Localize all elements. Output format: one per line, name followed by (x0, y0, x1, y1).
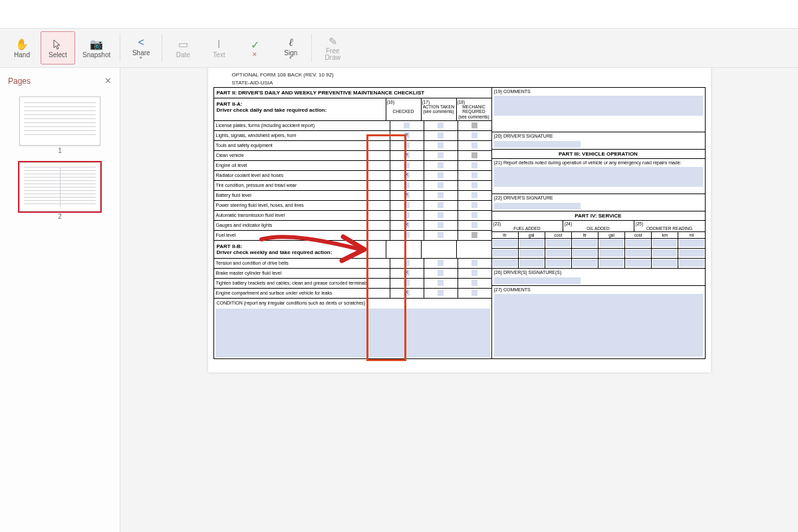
checkbox[interactable] (438, 270, 444, 276)
checkbox[interactable] (404, 182, 410, 188)
checkbox[interactable] (438, 182, 444, 188)
checkbox[interactable] (471, 122, 477, 128)
checkbox[interactable] (438, 290, 444, 296)
text-icon: I (217, 38, 220, 51)
checkbox[interactable] (438, 202, 444, 208)
checkbox[interactable] (404, 212, 410, 218)
hand-tool[interactable]: ✋Hand (5, 31, 39, 65)
checklist-row: Fuel level (214, 231, 491, 241)
checkbox[interactable] (404, 152, 410, 158)
checklist-row: Tighten battery brackets and cables; cle… (214, 279, 491, 289)
checkbox[interactable] (404, 202, 410, 208)
text-tool[interactable]: IText (201, 31, 236, 65)
checkbox[interactable] (404, 142, 410, 148)
checkbox[interactable] (404, 222, 410, 228)
checkbox[interactable] (438, 192, 444, 198)
date-icon: ▭ (178, 38, 188, 51)
checkbox[interactable] (404, 232, 410, 238)
checkbox[interactable] (404, 172, 410, 178)
comments-27[interactable] (494, 294, 703, 356)
comments-19[interactable] (494, 96, 703, 116)
checkbox[interactable] (471, 162, 477, 168)
checklist-row: Tire condition, pressure and tread wear (214, 181, 491, 191)
checkbox[interactable] (471, 260, 477, 266)
checkbox[interactable] (404, 132, 410, 138)
document-page: OPTIONAL FORM 108 BACK (REV. 10 92) STAT… (208, 68, 711, 372)
sign-tool[interactable]: ℓSign▾ (273, 31, 308, 65)
checkbox[interactable] (438, 232, 444, 238)
checkbox[interactable] (404, 122, 410, 128)
checkbox[interactable] (471, 270, 477, 276)
checkbox[interactable] (471, 290, 477, 296)
checkbox[interactable] (438, 142, 444, 148)
checkbox[interactable] (471, 192, 477, 198)
checklist-row: Engine oil level (214, 161, 491, 171)
checkbox[interactable] (471, 142, 477, 148)
pages-title: Pages (8, 76, 31, 86)
checkbox[interactable] (404, 280, 410, 286)
checkbox[interactable] (471, 212, 477, 218)
check-tool[interactable]: ✓✕ (237, 31, 272, 65)
signature-20[interactable] (494, 141, 581, 148)
checkbox[interactable] (471, 232, 477, 238)
checklist-row: Clean vehicle (214, 151, 491, 161)
signature-22[interactable] (494, 203, 581, 209)
checkbox[interactable] (404, 270, 410, 276)
checklist-row: License plates, forms (including acciden… (214, 121, 491, 131)
checkbox[interactable] (438, 222, 444, 228)
form-header-2: STATE-AID-USIA (232, 80, 706, 86)
cursor-icon (53, 38, 63, 51)
page-thumb-2[interactable] (19, 162, 100, 211)
part2-title: PART II: DRIVER'S DAILY AND WEEKLY PREVE… (214, 88, 491, 98)
date-tool[interactable]: ▭Date (166, 31, 200, 65)
snapshot-tool[interactable]: 📷Snapshot (76, 31, 116, 65)
checkbox[interactable] (471, 182, 477, 188)
checkbox[interactable] (438, 172, 444, 178)
page-num-2: 2 (7, 213, 113, 220)
checkbox[interactable] (471, 222, 477, 228)
checkbox[interactable] (438, 280, 444, 286)
checklist-row: Battery fluid level (214, 191, 491, 201)
checkbox[interactable] (404, 290, 410, 296)
freedraw-tool[interactable]: ✎Free Draw (315, 31, 350, 65)
share-tool[interactable]: <Share▾ (124, 31, 158, 65)
checklist-row: Brake master cylinder fluid level (214, 269, 491, 279)
hand-icon: ✋ (15, 38, 29, 51)
checklist-row: Gauges and indicator lights (214, 221, 491, 231)
select-tool[interactable]: Select (41, 31, 75, 65)
pencil-icon: ✎ (329, 35, 337, 48)
checkbox[interactable] (471, 132, 477, 138)
condition-field[interactable] (215, 309, 490, 357)
pages-panel: Pages✕ 1 2 (0, 68, 120, 532)
checkbox[interactable] (438, 162, 444, 168)
checklist-row: Tension and condition of drive belts (214, 259, 491, 269)
checklist-row: Automatic transmission fluid level (214, 211, 491, 221)
camera-icon: 📷 (90, 38, 103, 51)
checkbox[interactable] (404, 260, 410, 266)
close-panel-icon[interactable]: ✕ (104, 76, 112, 86)
page-thumb-1[interactable] (19, 96, 100, 146)
checkbox[interactable] (471, 152, 477, 158)
checklist-row: Power steering fluid level, hoses, and l… (214, 201, 491, 211)
checkbox[interactable] (471, 280, 477, 286)
page-num-1: 1 (7, 147, 113, 154)
form-header-1: OPTIONAL FORM 108 BACK (REV. 10 92) (232, 72, 706, 78)
defects-21[interactable] (494, 167, 703, 187)
checkbox[interactable] (438, 260, 444, 266)
checkbox[interactable] (471, 202, 477, 208)
checkbox[interactable] (471, 172, 477, 178)
document-viewer[interactable]: OPTIONAL FORM 108 BACK (REV. 10 92) STAT… (120, 68, 798, 532)
checkbox[interactable] (438, 132, 444, 138)
checklist-row: Tools and safety equipment (214, 141, 491, 151)
checkbox[interactable] (438, 152, 444, 158)
sign-icon: ℓ (289, 36, 293, 49)
check-icon: ✓ (251, 38, 259, 51)
checkbox[interactable] (438, 122, 444, 128)
checkbox[interactable] (404, 162, 410, 168)
checkbox[interactable] (438, 212, 444, 218)
checklist-row: Lights, signals, windshield wipers, horn (214, 131, 491, 141)
checkbox[interactable] (404, 192, 410, 198)
toolbar: ✋Hand Select 📷Snapshot <Share▾ ▭Date ITe… (0, 28, 798, 68)
signature-26[interactable] (494, 277, 581, 284)
checklist-row: Radiator coolant level and hoses (214, 171, 491, 181)
